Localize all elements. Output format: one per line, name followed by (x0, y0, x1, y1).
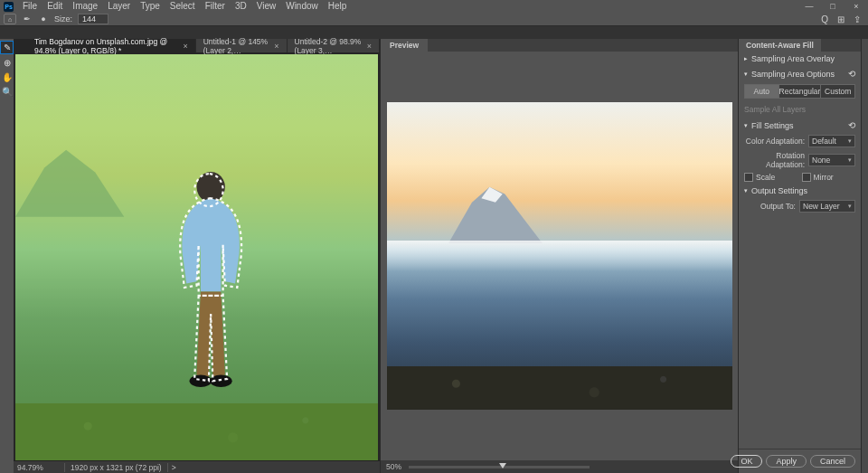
win-min-icon[interactable]: — (797, 0, 821, 13)
status-more-icon[interactable]: > (168, 463, 180, 472)
section-label: Sampling Area Options (751, 70, 835, 79)
chevron-down-icon: ▾ (744, 122, 748, 129)
tool-lasso[interactable]: ⊕ (1, 57, 13, 69)
mirror-label: Mirror (814, 173, 834, 182)
tool-sampling-brush[interactable]: ✎ (0, 41, 14, 54)
options-bar: ⌂ ✒ ● Size: 144 Q ⊞ ⇪ (0, 13, 868, 26)
section-sampling-overlay[interactable]: ▸Sampling Area Overlay (739, 52, 861, 66)
app-logo: Ps (4, 2, 14, 12)
document-tab[interactable]: Untitled-1 @ 145% (Layer 2,…× (196, 39, 288, 52)
menu-edit[interactable]: Edit (42, 0, 67, 13)
collapsed-panels-gutter[interactable] (861, 39, 868, 473)
menu-window[interactable]: Window (281, 0, 323, 13)
reset-icon[interactable]: ⟲ (848, 120, 855, 130)
menu-help[interactable]: Help (324, 0, 352, 13)
zoom-field[interactable]: 94.79% (14, 463, 65, 472)
status-bar: 94.79% 1920 px x 1321 px (72 ppi) > (14, 460, 380, 473)
win-max-icon[interactable]: □ (821, 0, 844, 13)
segment-auto[interactable]: Auto (744, 84, 778, 99)
panel-title: Content-Aware Fill (739, 39, 821, 52)
section-sampling-options[interactable]: ▾Sampling Area Options⟲ (739, 66, 861, 81)
tab-label: Untitled-2 @ 98.9% (Layer 3,… (295, 37, 362, 55)
menu-type[interactable]: Type (136, 0, 165, 13)
apply-button[interactable]: Apply (766, 455, 807, 468)
menu-view[interactable]: View (252, 0, 281, 13)
preview-image[interactable] (387, 102, 732, 410)
home-icon[interactable]: ⌂ (4, 14, 16, 24)
menu-image[interactable]: Image (68, 0, 102, 13)
caf-panel: Content-Aware Fill ▸Sampling Area Overla… (738, 39, 861, 473)
menu-layer[interactable]: Layer (103, 0, 135, 13)
ok-button[interactable]: OK (731, 455, 762, 468)
mirror-checkbox[interactable] (802, 173, 811, 182)
close-icon[interactable]: × (274, 42, 278, 51)
chevron-down-icon: ▾ (848, 136, 852, 147)
output-to-dropdown[interactable]: New Layer▾ (799, 200, 855, 213)
menu-select[interactable]: Select (165, 0, 200, 13)
tool-zoom[interactable]: 🔍 (1, 86, 13, 98)
selection-subject (160, 156, 261, 431)
document-pane: Tim Bogdanov on Unsplash.com.jpg @ 94.8%… (14, 39, 380, 473)
chevron-right-icon: ▸ (744, 55, 748, 62)
scale-checkbox[interactable] (744, 173, 753, 182)
brush-icon[interactable]: ● (38, 14, 49, 24)
section-output[interactable]: ▾Output Settings (739, 184, 861, 198)
rotation-adapt-label: Rotation Adaptation: (744, 151, 808, 169)
share-icon[interactable]: ⇪ (854, 14, 861, 24)
output-to-label: Output To: (744, 202, 799, 211)
document-tab[interactable]: Untitled-2 @ 98.9% (Layer 3,…× (288, 39, 380, 52)
tool-palette: ✎ ⊕ ✋ 🔍 (0, 39, 14, 473)
scale-label: Scale (756, 173, 775, 182)
tool-preset-icon[interactable]: ✒ (22, 14, 33, 24)
preview-zoom[interactable]: 50% (386, 462, 401, 471)
tool-hand[interactable]: ✋ (1, 71, 13, 83)
size-label: Size: (54, 14, 72, 24)
segment-rectangular[interactable]: Rectangular (778, 84, 821, 99)
zoom-slider[interactable] (409, 466, 590, 468)
section-fill-settings[interactable]: ▾Fill Settings⟲ (739, 118, 861, 133)
section-label: Fill Settings (751, 121, 794, 130)
menu-filter[interactable]: Filter (201, 0, 230, 13)
preview-pane: Preview 50% (380, 39, 738, 473)
close-icon[interactable]: × (367, 42, 372, 51)
doc-info[interactable]: 1920 px x 1321 px (72 ppi) (65, 463, 168, 472)
tab-label: Untitled-1 @ 145% (Layer 2,… (203, 37, 269, 55)
search-icon[interactable]: Q (821, 14, 828, 24)
sample-all-layers: Sample All Layers (739, 101, 861, 118)
document-tabs: Tim Bogdanov on Unsplash.com.jpg @ 94.8%… (27, 39, 380, 52)
menu-file[interactable]: File (18, 0, 42, 13)
menu-3d[interactable]: 3D (231, 0, 251, 13)
color-adapt-dropdown[interactable]: Default▾ (808, 135, 855, 147)
menu-bar: Ps File Edit Image Layer Type Select Fil… (0, 0, 868, 13)
preview-tab[interactable]: Preview (381, 39, 428, 52)
section-label: Output Settings (751, 186, 807, 195)
chevron-down-icon: ▾ (744, 187, 748, 194)
win-close-icon[interactable]: × (844, 0, 868, 13)
segment-custom[interactable]: Custom (820, 84, 855, 99)
chevron-down-icon: ▾ (848, 201, 852, 212)
tab-label: Tim Bogdanov on Unsplash.com.jpg @ 94.8%… (34, 37, 177, 55)
sampling-mode-segment: Auto Rectangular Custom (744, 84, 855, 99)
workspace-icon[interactable]: ⊞ (837, 14, 844, 24)
chevron-down-icon: ▾ (744, 71, 748, 78)
reset-icon[interactable]: ⟲ (848, 69, 855, 79)
svg-point-1 (190, 375, 212, 387)
close-icon[interactable]: × (183, 42, 187, 51)
chevron-down-icon: ▾ (848, 155, 852, 166)
canvas[interactable] (15, 54, 378, 460)
document-tab[interactable]: Tim Bogdanov on Unsplash.com.jpg @ 94.8%… (27, 39, 196, 52)
preview-status: 50% (381, 460, 738, 473)
rotation-adapt-dropdown[interactable]: None▾ (808, 154, 855, 166)
cancel-button[interactable]: Cancel (810, 455, 855, 468)
section-label: Sampling Area Overlay (751, 54, 835, 63)
color-adapt-label: Color Adaptation: (744, 137, 808, 146)
size-input[interactable]: 144 (78, 14, 108, 24)
